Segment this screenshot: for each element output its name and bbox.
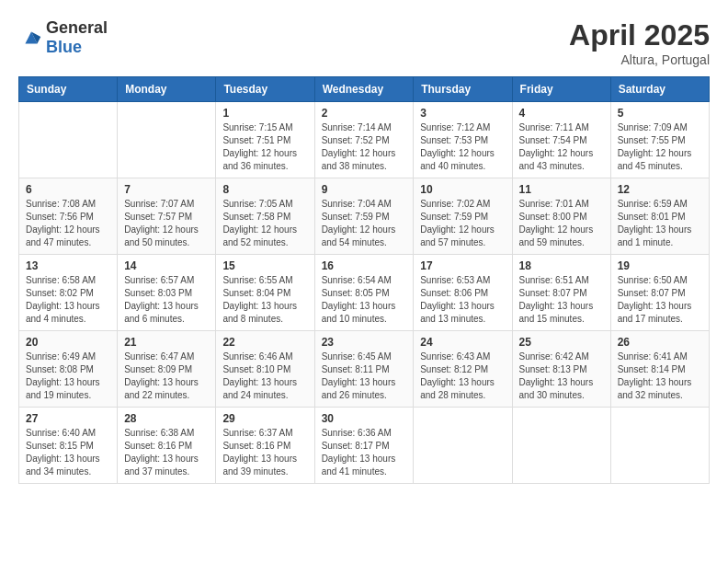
logo-icon	[18, 25, 44, 51]
day-info: Sunrise: 6:43 AMSunset: 8:12 PMDaylight:…	[420, 350, 505, 402]
calendar-day-cell: 15Sunrise: 6:55 AMSunset: 8:04 PMDayligh…	[216, 255, 314, 331]
calendar-day-cell: 21Sunrise: 6:47 AMSunset: 8:09 PMDayligh…	[118, 331, 216, 408]
day-number: 5	[618, 107, 702, 120]
calendar-week-row: 6Sunrise: 7:08 AMSunset: 7:56 PMDaylight…	[19, 178, 710, 255]
day-of-week-header: Saturday	[610, 77, 709, 102]
day-info: Sunrise: 7:11 AMSunset: 7:54 PMDaylight:…	[519, 121, 604, 173]
calendar-day-cell	[414, 408, 512, 484]
day-info: Sunrise: 7:02 AMSunset: 7:59 PMDaylight:…	[420, 198, 505, 249]
calendar-day-cell: 12Sunrise: 6:59 AMSunset: 8:01 PMDayligh…	[610, 178, 709, 255]
location-title: Altura, Portugal	[569, 52, 710, 67]
day-number: 17	[420, 259, 505, 272]
day-info: Sunrise: 6:49 AMSunset: 8:08 PMDaylight:…	[26, 350, 110, 402]
day-info: Sunrise: 6:47 AMSunset: 8:09 PMDaylight:…	[124, 350, 209, 402]
calendar-table: SundayMondayTuesdayWednesdayThursdayFrid…	[18, 76, 710, 484]
day-number: 3	[420, 107, 505, 120]
day-number: 10	[420, 183, 505, 196]
day-info: Sunrise: 6:40 AMSunset: 8:15 PMDaylight:…	[26, 427, 110, 478]
day-number: 4	[519, 107, 604, 120]
calendar-day-cell: 27Sunrise: 6:40 AMSunset: 8:15 PMDayligh…	[19, 408, 118, 484]
day-of-week-header: Wednesday	[314, 77, 414, 102]
logo-text: General Blue	[46, 18, 108, 57]
day-number: 20	[26, 336, 110, 349]
calendar-day-cell: 9Sunrise: 7:04 AMSunset: 7:59 PMDaylight…	[314, 178, 414, 255]
day-number: 24	[420, 336, 505, 349]
day-info: Sunrise: 6:46 AMSunset: 8:10 PMDaylight:…	[222, 350, 307, 402]
day-number: 30	[322, 412, 407, 425]
calendar-day-cell: 19Sunrise: 6:50 AMSunset: 8:07 PMDayligh…	[610, 255, 709, 331]
calendar-day-cell: 2Sunrise: 7:14 AMSunset: 7:52 PMDaylight…	[314, 102, 414, 178]
day-of-week-header: Thursday	[414, 77, 512, 102]
calendar-day-cell: 23Sunrise: 6:45 AMSunset: 8:11 PMDayligh…	[314, 331, 414, 408]
calendar-week-row: 13Sunrise: 6:58 AMSunset: 8:02 PMDayligh…	[19, 255, 710, 331]
calendar-day-cell: 28Sunrise: 6:38 AMSunset: 8:16 PMDayligh…	[118, 408, 216, 484]
title-block: April 2025 Altura, Portugal	[569, 18, 710, 67]
day-of-week-header: Friday	[512, 77, 610, 102]
day-number: 2	[322, 107, 407, 120]
day-info: Sunrise: 7:05 AMSunset: 7:58 PMDaylight:…	[222, 198, 307, 249]
day-info: Sunrise: 6:57 AMSunset: 8:03 PMDaylight:…	[124, 274, 209, 326]
day-number: 15	[222, 259, 307, 272]
calendar-day-cell: 16Sunrise: 6:54 AMSunset: 8:05 PMDayligh…	[314, 255, 414, 331]
day-info: Sunrise: 6:58 AMSunset: 8:02 PMDaylight:…	[26, 274, 110, 326]
day-number: 8	[222, 183, 307, 196]
calendar-week-row: 1Sunrise: 7:15 AMSunset: 7:51 PMDaylight…	[19, 102, 710, 178]
day-info: Sunrise: 6:54 AMSunset: 8:05 PMDaylight:…	[322, 274, 407, 326]
day-number: 28	[124, 412, 209, 425]
day-number: 27	[26, 412, 110, 425]
day-info: Sunrise: 6:37 AMSunset: 8:16 PMDaylight:…	[222, 427, 307, 478]
calendar-day-cell: 30Sunrise: 6:36 AMSunset: 8:17 PMDayligh…	[314, 408, 414, 484]
day-number: 23	[322, 336, 407, 349]
calendar-day-cell: 26Sunrise: 6:41 AMSunset: 8:14 PMDayligh…	[610, 331, 709, 408]
calendar-day-cell: 3Sunrise: 7:12 AMSunset: 7:53 PMDaylight…	[414, 102, 512, 178]
calendar-day-cell: 20Sunrise: 6:49 AMSunset: 8:08 PMDayligh…	[19, 331, 118, 408]
calendar-day-cell: 1Sunrise: 7:15 AMSunset: 7:51 PMDaylight…	[216, 102, 314, 178]
calendar-week-row: 27Sunrise: 6:40 AMSunset: 8:15 PMDayligh…	[19, 408, 710, 484]
day-number: 7	[124, 183, 209, 196]
calendar-day-cell	[512, 408, 610, 484]
day-info: Sunrise: 6:51 AMSunset: 8:07 PMDaylight:…	[519, 274, 604, 326]
calendar-day-cell	[19, 102, 118, 178]
day-number: 25	[519, 336, 604, 349]
day-info: Sunrise: 6:38 AMSunset: 8:16 PMDaylight:…	[124, 427, 209, 478]
calendar-day-cell: 7Sunrise: 7:07 AMSunset: 7:57 PMDaylight…	[118, 178, 216, 255]
day-number: 6	[26, 183, 110, 196]
day-info: Sunrise: 7:15 AMSunset: 7:51 PMDaylight:…	[222, 121, 307, 173]
day-info: Sunrise: 7:04 AMSunset: 7:59 PMDaylight:…	[322, 198, 407, 249]
calendar-day-cell: 17Sunrise: 6:53 AMSunset: 8:06 PMDayligh…	[414, 255, 512, 331]
day-info: Sunrise: 6:59 AMSunset: 8:01 PMDaylight:…	[618, 198, 702, 249]
month-title: April 2025	[569, 18, 710, 52]
day-info: Sunrise: 7:09 AMSunset: 7:55 PMDaylight:…	[618, 121, 702, 173]
calendar-day-cell: 13Sunrise: 6:58 AMSunset: 8:02 PMDayligh…	[19, 255, 118, 331]
calendar-day-cell	[610, 408, 709, 484]
day-number: 12	[618, 183, 702, 196]
day-of-week-header: Monday	[118, 77, 216, 102]
day-number: 9	[322, 183, 407, 196]
calendar-day-cell: 24Sunrise: 6:43 AMSunset: 8:12 PMDayligh…	[414, 331, 512, 408]
calendar-day-cell: 22Sunrise: 6:46 AMSunset: 8:10 PMDayligh…	[216, 331, 314, 408]
day-info: Sunrise: 7:12 AMSunset: 7:53 PMDaylight:…	[420, 121, 505, 173]
day-info: Sunrise: 7:08 AMSunset: 7:56 PMDaylight:…	[26, 198, 110, 249]
calendar-day-cell: 10Sunrise: 7:02 AMSunset: 7:59 PMDayligh…	[414, 178, 512, 255]
day-info: Sunrise: 6:42 AMSunset: 8:13 PMDaylight:…	[519, 350, 604, 402]
day-number: 14	[124, 259, 209, 272]
logo-blue: Blue	[46, 38, 82, 56]
day-number: 21	[124, 336, 209, 349]
calendar-day-cell: 8Sunrise: 7:05 AMSunset: 7:58 PMDaylight…	[216, 178, 314, 255]
calendar-day-cell	[118, 102, 216, 178]
day-number: 19	[618, 259, 702, 272]
day-of-week-header: Sunday	[19, 77, 118, 102]
calendar-header-row: SundayMondayTuesdayWednesdayThursdayFrid…	[19, 77, 710, 102]
day-info: Sunrise: 6:41 AMSunset: 8:14 PMDaylight:…	[618, 350, 702, 402]
logo: General Blue	[18, 18, 108, 57]
calendar-week-row: 20Sunrise: 6:49 AMSunset: 8:08 PMDayligh…	[19, 331, 710, 408]
day-info: Sunrise: 6:36 AMSunset: 8:17 PMDaylight:…	[322, 427, 407, 478]
day-number: 26	[618, 336, 702, 349]
day-number: 11	[519, 183, 604, 196]
day-number: 16	[322, 259, 407, 272]
day-number: 22	[222, 336, 307, 349]
day-number: 13	[26, 259, 110, 272]
day-info: Sunrise: 6:45 AMSunset: 8:11 PMDaylight:…	[322, 350, 407, 402]
calendar-day-cell: 6Sunrise: 7:08 AMSunset: 7:56 PMDaylight…	[19, 178, 118, 255]
calendar-day-cell: 11Sunrise: 7:01 AMSunset: 8:00 PMDayligh…	[512, 178, 610, 255]
